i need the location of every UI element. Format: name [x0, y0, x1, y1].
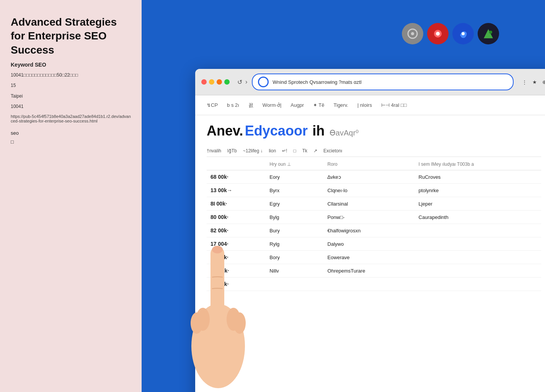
toolbar-item-1[interactable]: b s 2ı — [227, 102, 239, 108]
ctrl-excietonı[interactable]: Excietonı — [323, 148, 342, 154]
meta-city: Taipei — [11, 93, 131, 100]
cell-col4-3: Caurapedinth — [415, 211, 541, 224]
nav-forward-button[interactable]: › — [245, 78, 247, 86]
cell-col3-7: OhrepemsTurare — [324, 264, 415, 278]
toolbar-item-te[interactable]: ✦ Tē — [313, 102, 325, 108]
page-heading-sub: ƟavAqr⁰ — [330, 129, 359, 137]
cell-col2-8 — [266, 278, 323, 291]
meta-number: 15 — [11, 82, 131, 89]
cell-col2-6: Bory — [266, 251, 323, 264]
tag-icon: □ — [11, 139, 131, 145]
toolbar-icon-3[interactable]: ⊕ — [542, 79, 545, 85]
page-heading-connector: ih — [312, 123, 325, 139]
nav-back-button[interactable]: ↺ — [237, 78, 242, 86]
address-bar[interactable]: Wnind Sprotech Qvsarrowing ?mats αztl — [252, 74, 514, 90]
col-header-roro[interactable]: Roro — [324, 158, 415, 170]
toolbar-label-worm: Worm·ở| — [263, 102, 281, 108]
ctrl-arrow[interactable]: ↗ — [313, 148, 317, 154]
address-circle-icon — [258, 77, 269, 87]
svg-rect-8 — [210, 247, 224, 323]
ctrl-tk[interactable]: Tk — [302, 148, 307, 154]
cell-col2-0: Eory — [266, 170, 323, 184]
page-title: Advanced Strategies for Enterprise SEO S… — [11, 15, 131, 57]
right-panel: ↺ › Wnind Sprotech Qvsarrowing ?mats αzt… — [142, 0, 545, 392]
table-controls: †nvalih lg̃Tb ~12lifeg ↓ lion ↵! □ Tk ↗ … — [207, 145, 541, 157]
cell-col2-1: Byrx — [266, 184, 323, 197]
cell-col2-4: Bury — [266, 224, 323, 237]
app-toolbar: ↯CP b s 2ı 꾨 Worm·ở| Augpr ✦ Tē — [195, 95, 545, 115]
toolbar-label-nloirs: | nloirs — [357, 102, 372, 108]
toolbar-item-nloirs[interactable]: | nloirs — [357, 102, 372, 108]
toolbar-item-tigerv[interactable]: Tigerv. — [334, 102, 348, 108]
toolbar-icon-2[interactable]: ★ — [532, 79, 537, 85]
traffic-light-green[interactable] — [224, 79, 230, 85]
col-header-hry[interactable]: Hry oun ⊥ — [266, 158, 323, 170]
page-heading-part1: Anev. — [207, 123, 243, 139]
cell-col4-0: RuCroves — [415, 170, 541, 184]
meta-id: 10041□□□□□□□□□□□□50□22□□□ — [11, 72, 131, 79]
col-header-empty — [207, 158, 266, 170]
svg-point-4 — [462, 32, 465, 35]
cell-col3-8 — [324, 278, 415, 291]
cell-col3-3: Ponw□- — [324, 211, 415, 224]
toolbar-label-augpr: Augpr — [290, 102, 304, 108]
toolbar-item-augpr[interactable]: Augpr — [290, 102, 304, 108]
svg-marker-5 — [484, 29, 493, 38]
left-panel: Advanced Strategies for Enterprise SEO S… — [0, 0, 142, 392]
cell-number-0: 68 00k· — [207, 170, 266, 184]
tag-label: seo — [11, 130, 131, 136]
table-row: 13 00k→ByrxClqneı-loptolynrke — [207, 184, 541, 197]
browser-chrome: ↺ › Wnind Sprotech Qvsarrowing ?mats αzt… — [195, 69, 545, 95]
col-header-isem[interactable]: I sem IMey ıludyaı T003b a — [415, 158, 541, 170]
toolbar-item-0[interactable]: ↯CP — [207, 102, 218, 108]
cell-col3-0: ∆vkeɔ — [324, 170, 415, 184]
browser-toolbar-icons: ⋮ ★ ⊕ — [522, 79, 545, 85]
svg-point-1 — [411, 32, 414, 35]
toolbar-label-te: ✦ Tē — [313, 102, 325, 108]
cell-col3-5: Dalywo — [324, 237, 415, 251]
ctrl-box[interactable]: □ — [293, 148, 296, 154]
ctrl-12lifeg[interactable]: ~12lifeg ↓ — [243, 148, 263, 154]
cell-number-1: 13 00k→ — [207, 184, 266, 197]
ctrl-enter[interactable]: ↵! — [282, 148, 287, 154]
traffic-light-orange[interactable] — [217, 79, 222, 85]
cell-col3-1: Clqneı-lo — [324, 184, 415, 197]
svg-point-13 — [233, 312, 246, 334]
logo-2 — [427, 23, 449, 44]
logo-1 — [402, 23, 423, 44]
address-text: Wnind Sprotech Qvsarrowing ?mats αztl — [272, 79, 507, 85]
cell-col3-6: Eowerave — [324, 251, 415, 264]
toolbar-item-worm[interactable]: Worm·ở| — [263, 102, 281, 108]
ctrl-lgtb[interactable]: lg̃Tb — [227, 148, 237, 154]
svg-point-9 — [212, 246, 223, 253]
meta-url: https://pub-5c454f571b8e40a3a2aad27ade84… — [11, 114, 131, 123]
browser-logos — [402, 23, 499, 44]
traffic-light-yellow[interactable] — [209, 79, 214, 85]
toolbar-item-2[interactable]: 꾨 — [248, 102, 253, 109]
cell-col4-4 — [415, 224, 541, 237]
toolbar-label-4ral: ⊢⊣ 4ral □□ — [381, 102, 407, 108]
ctrl-invalih[interactable]: †nvalih — [207, 148, 221, 154]
cell-col4-5 — [415, 237, 541, 251]
logo-3 — [452, 23, 474, 44]
nav-buttons: ↺ › — [237, 78, 247, 86]
page-heading-part2: Edycaoor — [245, 123, 308, 139]
svg-point-6 — [489, 31, 492, 34]
cell-col3-2: Cllarsinal — [324, 197, 415, 211]
traffic-light-red[interactable] — [201, 79, 207, 85]
toolbar-label-1: b s 2ı — [227, 102, 239, 108]
svg-point-11 — [191, 312, 203, 334]
cell-col4-7 — [415, 264, 541, 278]
ctrl-lion[interactable]: lion — [269, 148, 276, 154]
cell-col2-7: Nillv — [266, 264, 323, 278]
logo-4 — [478, 23, 499, 44]
cell-col4-6 — [415, 251, 541, 264]
meta-code: 10041 — [11, 103, 131, 110]
cell-col2-2: Egry — [266, 197, 323, 211]
subtitle: Keyword SEO — [11, 62, 131, 68]
toolbar-icon-1[interactable]: ⋮ — [522, 79, 527, 85]
cell-col4-1: ptolynrke — [415, 184, 541, 197]
toolbar-item-4ral[interactable]: ⊢⊣ 4ral □□ — [381, 102, 407, 108]
cell-col4-2: Ljeper — [415, 197, 541, 211]
toolbar-label-tigerv: Tigerv. — [334, 102, 348, 108]
